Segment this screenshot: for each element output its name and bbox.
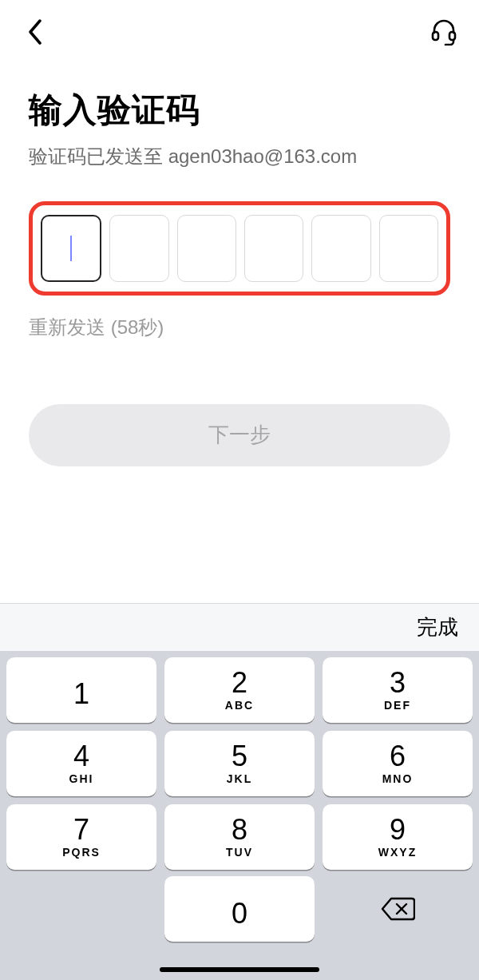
key-number: 5 — [232, 742, 247, 771]
svg-rect-0 — [433, 32, 438, 40]
code-digit-3[interactable] — [177, 215, 236, 282]
next-button[interactable]: 下一步 — [29, 404, 450, 466]
key-number: 6 — [390, 742, 406, 771]
resend-label: 重新发送 (58秒) — [29, 315, 450, 340]
headset-icon — [430, 18, 457, 46]
code-input-group — [29, 201, 450, 296]
key-letters: GHI — [69, 772, 94, 785]
key-2[interactable]: 2 ABC — [164, 657, 315, 723]
key-number: 1 — [73, 680, 89, 708]
header — [0, 0, 479, 64]
text-caret — [70, 236, 72, 261]
chevron-left-icon — [27, 19, 43, 45]
key-letters: ABC — [225, 699, 254, 712]
key-0[interactable]: 0 — [164, 876, 315, 942]
key-4[interactable]: 4 GHI — [6, 731, 156, 796]
key-letters: WXYZ — [378, 846, 417, 859]
key-letters: TUV — [226, 846, 253, 859]
key-3[interactable]: 3 DEF — [323, 657, 473, 723]
next-button-label: 下一步 — [208, 421, 271, 449]
key-backspace[interactable] — [323, 876, 473, 942]
keyboard-toolbar: 完成 — [0, 603, 479, 651]
keyboard-spacer — [6, 876, 156, 942]
key-number: 8 — [232, 815, 247, 844]
home-indicator — [160, 967, 319, 972]
key-5[interactable]: 5 JKL — [164, 731, 315, 796]
key-9[interactable]: 9 WXYZ — [323, 804, 473, 870]
code-digit-1[interactable] — [41, 215, 101, 282]
home-indicator-area — [0, 948, 479, 980]
content-area: 输入验证码 验证码已发送至 agen03hao@163.com 重新发送 (58… — [0, 64, 479, 603]
key-number: 4 — [73, 742, 89, 771]
key-letters: PQRS — [62, 846, 101, 859]
key-number: 7 — [73, 815, 89, 844]
page-title: 输入验证码 — [29, 88, 450, 133]
page-subtitle: 验证码已发送至 agen03hao@163.com — [29, 144, 450, 169]
code-digit-6[interactable] — [379, 215, 438, 282]
key-7[interactable]: 7 PQRS — [6, 804, 156, 870]
keyboard-done-button[interactable]: 完成 — [417, 613, 458, 641]
key-letters: JKL — [227, 772, 252, 785]
key-1[interactable]: 1 — [6, 657, 156, 723]
code-digit-2[interactable] — [109, 215, 168, 282]
key-number: 0 — [232, 899, 247, 928]
key-letters: MNO — [382, 772, 414, 785]
keyboard-bottom-row: 0 — [0, 876, 479, 948]
backspace-icon — [380, 896, 415, 922]
numeric-keyboard: 完成 1 2 ABC 3 DEF 4 GHI 5 JKL 6 MNO 7 PQR… — [0, 603, 479, 980]
code-digit-5[interactable] — [311, 215, 370, 282]
key-6[interactable]: 6 MNO — [323, 731, 473, 796]
key-8[interactable]: 8 TUV — [164, 804, 315, 870]
back-button[interactable] — [19, 16, 51, 48]
keyboard-grid: 1 2 ABC 3 DEF 4 GHI 5 JKL 6 MNO 7 PQRS 8 — [0, 651, 479, 876]
key-number: 9 — [390, 815, 406, 844]
key-letters: DEF — [384, 699, 411, 712]
svg-rect-1 — [449, 32, 455, 40]
support-button[interactable] — [428, 16, 460, 48]
key-number: 3 — [390, 669, 406, 697]
key-number: 2 — [232, 669, 247, 697]
code-digit-4[interactable] — [244, 215, 303, 282]
